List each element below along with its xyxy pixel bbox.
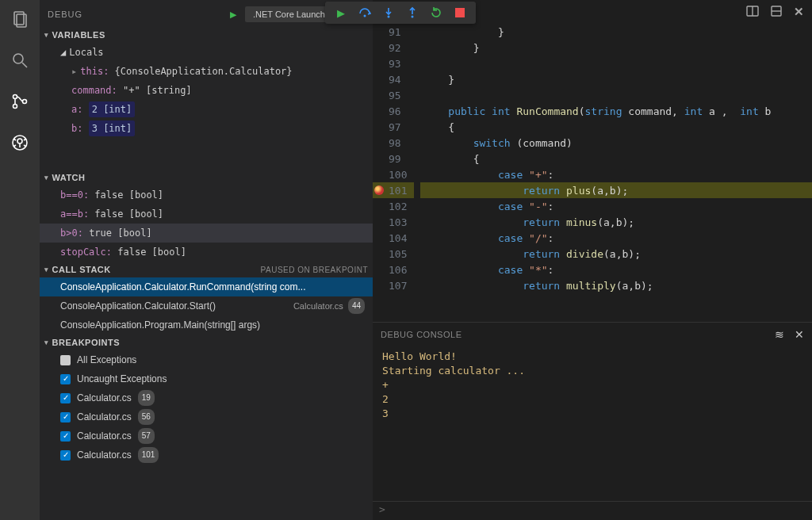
breakpoint-item[interactable]: All Exceptions [40, 350, 373, 369]
checkbox-icon[interactable]: ✓ [60, 374, 71, 384]
variable-b[interactable]: b: 3 [int] [40, 119, 373, 138]
stop-button[interactable] [454, 6, 466, 19]
close-panel-icon[interactable]: ✕ [795, 328, 805, 341]
source-control-icon[interactable] [9, 90, 31, 113]
callstack-frame[interactable]: ConsoleApplication.Program.Main(string[]… [40, 315, 373, 335]
breakpoint-item[interactable]: ✓Uncaught Exceptions [40, 369, 373, 388]
chevron-right-icon: ▸ [71, 63, 77, 79]
variables-body: ◢ Locals ▸ this: {ConsoleApplication.Cal… [40, 41, 373, 140]
breakpoint-item[interactable]: ✓Calculator.cs57 [40, 426, 373, 445]
debug-toolbar: ▶ [325, 2, 476, 24]
chevron-down-icon: ◢ [60, 44, 66, 60]
variable-command[interactable]: command: "+" [string] [40, 81, 373, 100]
checkbox-icon[interactable] [60, 355, 71, 365]
scope-locals[interactable]: ◢ Locals [40, 43, 373, 62]
step-into-button[interactable] [382, 6, 395, 19]
step-over-button[interactable] [358, 6, 371, 19]
chevron-down-icon: ▾ [44, 174, 49, 182]
search-icon[interactable] [9, 49, 31, 71]
debug-console-header: DEBUG CONSOLE ≋ ✕ [373, 323, 812, 346]
sidebar-header: DEBUG ▶ .NET Core Launch ⚙ [40, 0, 373, 29]
code-editor[interactable]: 9192939495969798991001011021031041051061… [373, 0, 812, 322]
svg-line-3 [22, 63, 27, 67]
section-breakpoints[interactable]: ▾ BREAKPOINTS [40, 336, 373, 349]
chevron-down-icon: ▾ [44, 266, 49, 273]
editor-area: ▶ ✕ 919293949596979899100101102103104105… [373, 0, 812, 520]
activity-bar [0, 0, 40, 520]
debug-console-input[interactable]: > [373, 501, 812, 520]
debug-console-title: DEBUG CONSOLE [381, 330, 462, 339]
explorer-icon[interactable] [9, 8, 31, 30]
variable-a[interactable]: a: 2 [int] [40, 100, 373, 119]
svg-point-4 [13, 95, 17, 99]
variable-this[interactable]: ▸ this: {ConsoleApplication.Calculator} [40, 62, 373, 81]
watch-item[interactable]: a==b: false [bool] [40, 205, 373, 224]
checkbox-icon[interactable]: ✓ [60, 450, 71, 461]
svg-point-7 [13, 136, 27, 150]
svg-point-2 [13, 54, 23, 63]
continue-button[interactable]: ▶ [335, 6, 347, 19]
svg-point-6 [23, 100, 27, 104]
breakpoints-body: All Exceptions✓Uncaught Exceptions✓Calcu… [40, 349, 373, 466]
svg-point-8 [17, 139, 22, 143]
checkbox-icon[interactable]: ✓ [60, 431, 71, 442]
paused-status: PAUSED ON BREAKPOINT [261, 266, 368, 274]
section-callstack[interactable]: ▾ CALL STACK PAUSED ON BREAKPOINT [40, 263, 373, 276]
watch-item[interactable]: b>0: true [bool] [40, 224, 373, 243]
breakpoint-indicator[interactable] [374, 185, 384, 195]
svg-point-18 [412, 16, 414, 18]
clear-console-icon[interactable]: ≋ [775, 328, 785, 341]
breakpoint-item[interactable]: ✓Calculator.cs19 [40, 388, 373, 407]
restart-button[interactable] [430, 6, 442, 19]
debug-sidebar: DEBUG ▶ .NET Core Launch ⚙ ▾ VARIABLES ◢… [40, 0, 373, 520]
watch-body: b==0: false [bool]a==b: false [bool]b>0:… [40, 184, 373, 263]
svg-point-5 [13, 105, 17, 109]
checkbox-icon[interactable]: ✓ [60, 412, 71, 422]
chevron-down-icon: ▾ [44, 31, 49, 39]
section-variables[interactable]: ▾ VARIABLES [40, 29, 373, 41]
debug-console-output[interactable]: Hello World!Starting calculator ...+23 [373, 346, 812, 501]
breakpoint-item[interactable]: ✓Calculator.cs101 [40, 445, 373, 465]
step-out-button[interactable] [406, 6, 419, 19]
breakpoint-item[interactable]: ✓Calculator.cs56 [40, 407, 373, 426]
watch-item[interactable]: stopCalc: false [bool] [40, 243, 373, 262]
sidebar-title: DEBUG [48, 10, 82, 19]
chevron-down-icon: ▾ [44, 338, 49, 346]
callstack-frame[interactable]: ConsoleApplication.Calculator.Start()Cal… [40, 296, 373, 315]
callstack-frame[interactable]: ConsoleApplication.Calculator.RunCommand… [40, 277, 373, 296]
debug-icon[interactable] [9, 132, 31, 154]
watch-item[interactable]: b==0: false [bool] [40, 185, 373, 205]
start-debug-button[interactable]: ▶ [230, 10, 237, 20]
svg-point-14 [364, 15, 366, 17]
debug-console-panel: DEBUG CONSOLE ≋ ✕ Hello World!Starting c… [373, 322, 812, 520]
svg-point-16 [388, 16, 390, 18]
checkbox-icon[interactable]: ✓ [60, 393, 71, 403]
section-watch[interactable]: ▾ WATCH [40, 171, 373, 184]
callstack-body: ConsoleApplication.Calculator.RunCommand… [40, 276, 373, 336]
